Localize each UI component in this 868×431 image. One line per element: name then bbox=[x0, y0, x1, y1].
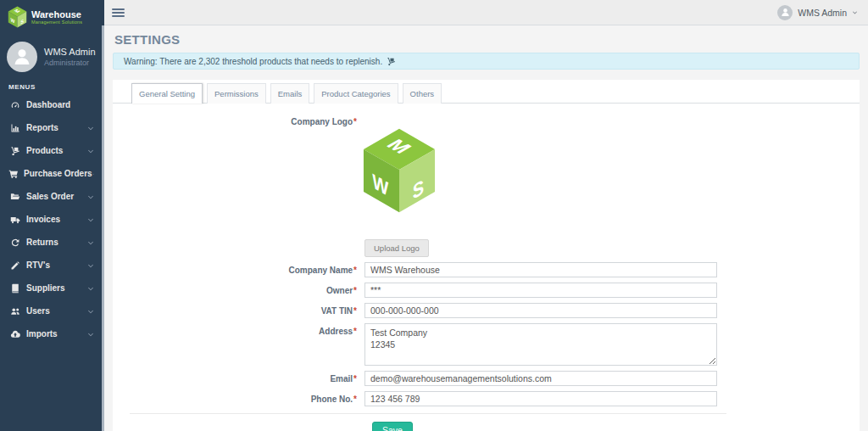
content: SETTINGS Warning: There are 2,302 thresh… bbox=[104, 25, 868, 431]
profile: WMS Admin Administrator bbox=[0, 34, 104, 76]
suppliers-icon bbox=[10, 283, 20, 294]
user-menu-label: WMS Admin bbox=[798, 8, 847, 18]
sidebar-item-reports[interactable]: Reports bbox=[0, 116, 104, 139]
chevron-down-icon bbox=[92, 171, 94, 177]
required-marker: * bbox=[353, 117, 357, 126]
vat-tin-input[interactable] bbox=[364, 303, 717, 318]
user-menu[interactable]: WMS Admin bbox=[777, 5, 858, 20]
owner-input[interactable] bbox=[364, 283, 717, 298]
tab-bar: General Setting Permissions Emails Produ… bbox=[113, 80, 860, 104]
address-input[interactable]: Test Company 12345 bbox=[364, 323, 717, 366]
rtvs-icon bbox=[10, 260, 20, 271]
email-row: Email* bbox=[130, 371, 860, 386]
sidebar-item-dashboard[interactable]: Dashboard bbox=[0, 93, 104, 116]
brand-name: Warehouse bbox=[31, 9, 82, 20]
required-marker: * bbox=[353, 306, 357, 316]
vat-tin-row: VAT TIN* bbox=[130, 303, 860, 318]
required-marker: * bbox=[353, 327, 357, 336]
menus-heading: MENUS bbox=[0, 76, 104, 93]
required-marker: * bbox=[353, 395, 357, 404]
avatar bbox=[7, 42, 37, 72]
required-marker: * bbox=[353, 266, 357, 275]
required-marker: * bbox=[353, 374, 357, 383]
brand[interactable]: Warehouse Management Solutions bbox=[0, 0, 104, 34]
person-icon bbox=[11, 46, 33, 68]
warning-banner: Warning: There are 2,302 threshold produ… bbox=[113, 53, 860, 70]
company-name-row: Company Name* bbox=[130, 262, 860, 277]
warning-text: Warning: There are 2,302 threshold produ… bbox=[124, 57, 382, 66]
chevron-down-icon bbox=[87, 193, 94, 200]
dashboard-icon bbox=[10, 100, 20, 110]
sidebar-item-suppliers[interactable]: Suppliers bbox=[0, 277, 104, 299]
save-button[interactable]: Save bbox=[372, 422, 413, 431]
email-input[interactable] bbox=[364, 371, 717, 386]
sidebar-item-imports[interactable]: Imports bbox=[0, 322, 104, 345]
main-area: WMS Admin SETTINGS Warning: There are 2,… bbox=[104, 0, 868, 431]
chevron-down-icon bbox=[852, 9, 858, 15]
sidebar-item-returns[interactable]: Returns bbox=[0, 231, 104, 254]
general-settings-form: Company Logo* Upload Logo Company Name* … bbox=[113, 104, 860, 431]
tab-product-categories[interactable]: Product Categories bbox=[314, 83, 398, 104]
wms-cube-logo-icon bbox=[8, 6, 27, 28]
chevron-down-icon bbox=[87, 125, 94, 132]
phone-no-input[interactable] bbox=[364, 391, 717, 406]
app-root: Warehouse Management Solutions WMS Admin… bbox=[0, 0, 868, 431]
products-icon bbox=[10, 146, 20, 156]
phone-no-row: Phone No.* bbox=[130, 391, 860, 406]
upload-logo-button[interactable]: Upload Logo bbox=[364, 239, 429, 257]
sidebar-item-purchase-orders[interactable]: Purchase Orders bbox=[0, 162, 104, 185]
chevron-down-icon bbox=[87, 148, 94, 154]
sidebar-menu: Dashboard Reports Products Purchase Orde… bbox=[0, 93, 104, 345]
person-icon bbox=[780, 7, 791, 18]
sidebar-item-rtv-s[interactable]: RTV's bbox=[0, 254, 104, 277]
sidebar-item-sales-order[interactable]: Sales Order bbox=[0, 185, 104, 208]
company-logo-label: Company Logo* bbox=[130, 112, 364, 257]
imports-icon bbox=[10, 329, 20, 339]
company-name-input[interactable] bbox=[364, 262, 717, 277]
returns-icon bbox=[10, 238, 20, 248]
topbar: WMS Admin bbox=[104, 0, 868, 25]
invoices-icon bbox=[10, 215, 20, 225]
company-logo-image bbox=[361, 127, 437, 214]
tab-permissions[interactable]: Permissions bbox=[207, 83, 266, 104]
address-row: Address* Test Company 12345 bbox=[130, 323, 860, 366]
settings-panel: General Setting Permissions Emails Produ… bbox=[113, 80, 860, 431]
chevron-down-icon bbox=[87, 331, 94, 338]
required-marker: * bbox=[353, 286, 357, 295]
hamburger-menu-icon[interactable] bbox=[112, 8, 125, 17]
chevron-down-icon bbox=[87, 262, 94, 269]
dolly-icon bbox=[387, 57, 396, 66]
purchase-orders-icon bbox=[8, 169, 19, 179]
sidebar-item-users[interactable]: Users bbox=[0, 299, 104, 322]
chevron-down-icon bbox=[87, 285, 94, 292]
chevron-down-icon bbox=[87, 308, 94, 315]
chevron-down-icon bbox=[87, 216, 94, 223]
profile-name: WMS Admin bbox=[44, 47, 96, 57]
tab-others[interactable]: Others bbox=[403, 83, 442, 104]
sidebar-item-invoices[interactable]: Invoices bbox=[0, 208, 104, 231]
sidebar-item-products[interactable]: Products bbox=[0, 139, 104, 162]
profile-role: Administrator bbox=[44, 59, 96, 67]
tab-emails[interactable]: Emails bbox=[270, 83, 310, 104]
owner-row: Owner* bbox=[130, 283, 860, 298]
users-icon bbox=[10, 306, 20, 316]
chevron-down-icon bbox=[87, 239, 94, 246]
brand-subtitle: Management Solutions bbox=[31, 20, 82, 25]
avatar bbox=[777, 5, 793, 20]
sales-order-icon bbox=[10, 192, 20, 202]
tab-general-setting[interactable]: General Setting bbox=[131, 83, 203, 104]
company-logo-row: Company Logo* Upload Logo bbox=[130, 112, 860, 257]
page-title: SETTINGS bbox=[114, 32, 860, 47]
reports-icon bbox=[10, 123, 20, 133]
sidebar: Warehouse Management Solutions WMS Admin… bbox=[0, 0, 104, 431]
